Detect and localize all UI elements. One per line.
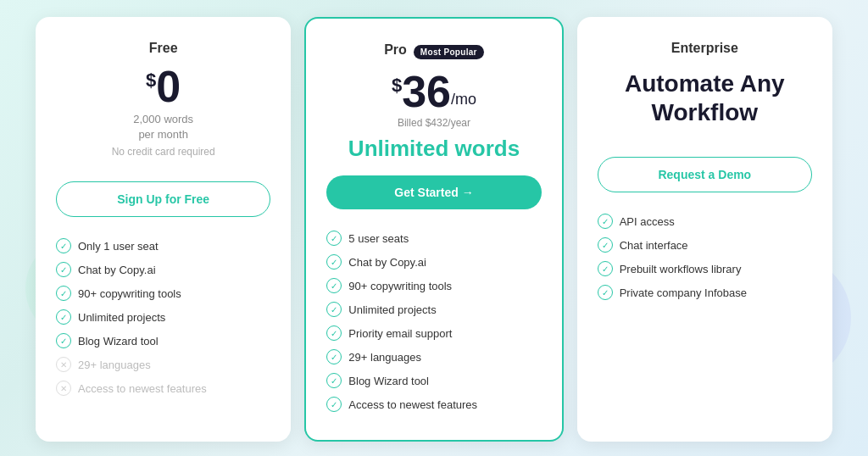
feature-text: Access to newest features	[348, 398, 477, 411]
feature-item: ✓ Blog Wizard tool	[326, 369, 541, 392]
check-icon: ✓	[326, 302, 342, 317]
feature-item: ✓ Only 1 user seat	[56, 234, 270, 258]
feature-item: ✓ Private company Infobase	[598, 281, 812, 304]
feature-text: 29+ languages	[78, 359, 151, 371]
feature-item: ✓ Chat by Copy.ai	[56, 258, 270, 281]
feature-item: ✓ Unlimited projects	[326, 298, 541, 321]
price-currency-free: $	[146, 70, 156, 92]
feature-text: Prebuilt workflows library	[620, 263, 742, 275]
pricing-container: Free $ 0 2,000 wordsper monthNo credit c…	[19, 0, 849, 456]
plan-name-free: Free	[56, 41, 270, 56]
check-icon: ✓	[326, 231, 342, 246]
check-icon: ✓	[56, 309, 71, 325]
feature-text: Blog Wizard tool	[78, 335, 159, 348]
card-header-free: Free $ 0 2,000 wordsper monthNo credit c…	[56, 41, 270, 171]
pricing-card-free: Free $ 0 2,000 wordsper monthNo credit c…	[36, 17, 291, 442]
feature-item: ✓ 29+ languages	[326, 345, 541, 369]
feature-text: Unlimited projects	[78, 311, 165, 324]
price-note-free: No credit card required	[56, 146, 270, 158]
check-icon: ✓	[326, 373, 342, 388]
x-icon: ✕	[56, 381, 71, 396]
check-icon: ✓	[56, 262, 71, 277]
feature-item: ✕ 29+ languages	[56, 353, 270, 376]
badge-popular: Most Popular	[414, 45, 484, 59]
feature-item: ✓ 90+ copywriting tools	[56, 281, 270, 305]
cta-button-pro[interactable]: Get Started →	[326, 175, 541, 209]
pricing-card-pro: Pro Most Popular $ 36 /mo Billed $432/ye…	[304, 17, 563, 442]
price-row-pro: $ 36 /mo	[326, 70, 541, 114]
feature-text: Priority email support	[348, 327, 452, 340]
pricing-card-enterprise: EnterpriseAutomate Any WorkflowRequest a…	[577, 17, 832, 442]
check-icon: ✓	[598, 214, 613, 229]
feature-item: ✓ API access	[598, 209, 812, 233]
cta-button-enterprise[interactable]: Request a Demo	[598, 157, 812, 192]
feature-text: Chat by Copy.ai	[78, 264, 156, 276]
unlimited-words-pro: Unlimited words	[326, 136, 541, 162]
price-words-free: 2,000 wordsper month	[56, 112, 270, 142]
feature-text: Chat by Copy.ai	[348, 256, 426, 269]
check-icon: ✓	[326, 254, 342, 270]
features-list-pro: ✓ 5 user seats ✓ Chat by Copy.ai ✓ 90+ c…	[326, 226, 541, 416]
feature-item: ✕ Access to newest features	[56, 376, 270, 400]
enterprise-title: Automate Any Workflow	[598, 70, 812, 126]
check-icon: ✓	[598, 237, 613, 253]
feature-text: API access	[620, 215, 675, 228]
x-icon: ✕	[56, 357, 71, 372]
feature-text: Chat interface	[620, 239, 688, 252]
feature-item: ✓ Priority email support	[326, 321, 541, 345]
plan-name-enterprise: Enterprise	[598, 41, 812, 56]
feature-text: 90+ copywriting tools	[348, 280, 452, 292]
features-list-enterprise: ✓ API access ✓ Chat interface ✓ Prebuilt…	[598, 209, 812, 418]
plan-name-pro: Pro	[384, 42, 407, 58]
feature-item: ✓ Unlimited projects	[56, 305, 270, 329]
feature-item: ✓ 90+ copywriting tools	[326, 274, 541, 298]
feature-text: Private company Infobase	[620, 286, 747, 299]
billing-note-pro: Billed $432/year	[326, 117, 541, 129]
check-icon: ✓	[56, 333, 71, 348]
price-amount-pro: 36	[402, 70, 451, 114]
check-icon: ✓	[326, 325, 342, 341]
feature-text: Only 1 user seat	[78, 240, 159, 253]
cta-button-free[interactable]: Sign Up for Free	[56, 181, 270, 217]
feature-text: Blog Wizard tool	[348, 375, 429, 387]
feature-item: ✓ Chat interface	[598, 233, 812, 257]
feature-text: 5 user seats	[348, 232, 409, 245]
check-icon: ✓	[56, 286, 71, 301]
price-period-pro: /mo	[451, 91, 476, 108]
price-amount-free: 0	[156, 64, 181, 108]
feature-item: ✓ 5 user seats	[326, 226, 541, 250]
feature-item: ✓ Chat by Copy.ai	[326, 250, 541, 274]
feature-text: Unlimited projects	[348, 303, 436, 316]
card-header-pro: Pro Most Popular $ 36 /mo Billed $432/ye…	[326, 42, 541, 165]
price-row-free: $ 0	[56, 64, 270, 108]
price-currency-pro: $	[392, 75, 402, 97]
feature-text: 90+ copywriting tools	[78, 287, 181, 300]
check-icon: ✓	[598, 261, 613, 276]
check-icon: ✓	[326, 278, 342, 293]
check-icon: ✓	[598, 285, 613, 300]
card-header-enterprise: EnterpriseAutomate Any Workflow	[598, 41, 812, 147]
feature-text: Access to newest features	[78, 382, 207, 395]
feature-item: ✓ Prebuilt workflows library	[598, 257, 812, 281]
feature-item: ✓ Blog Wizard tool	[56, 329, 270, 353]
features-list-free: ✓ Only 1 user seat ✓ Chat by Copy.ai ✓ 9…	[56, 234, 270, 418]
check-icon: ✓	[326, 397, 342, 412]
check-icon: ✓	[56, 238, 71, 253]
feature-item: ✓ Access to newest features	[326, 392, 541, 416]
check-icon: ✓	[326, 349, 342, 364]
feature-text: 29+ languages	[348, 351, 421, 364]
